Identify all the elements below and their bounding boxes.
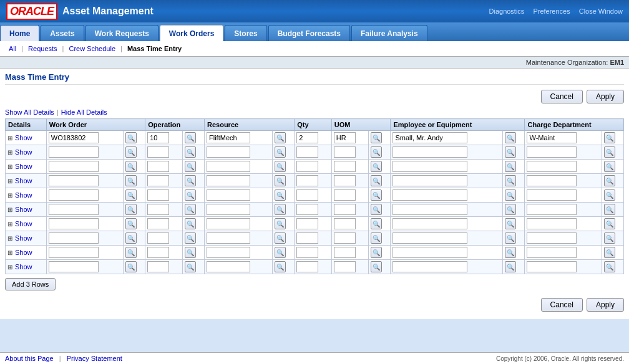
input-operation-0[interactable] <box>147 132 169 143</box>
diagnostics-link[interactable]: Diagnostics <box>489 7 525 15</box>
uom-search-button[interactable]: 🔍 <box>371 161 382 172</box>
res-search-button[interactable]: 🔍 <box>275 146 286 158</box>
input-operation-6[interactable] <box>147 218 169 229</box>
input-operation-5[interactable] <box>147 204 169 215</box>
show-details-link[interactable]: Show <box>15 134 32 141</box>
res-search-button[interactable]: 🔍 <box>275 218 286 229</box>
uom-search-button[interactable]: 🔍 <box>371 261 382 272</box>
uom-search-button[interactable]: 🔍 <box>371 146 382 158</box>
dept-search-button[interactable]: 🔍 <box>604 261 615 272</box>
input-resource-7[interactable] <box>207 232 250 244</box>
input-uom-4[interactable] <box>334 189 356 201</box>
input-resource-6[interactable] <box>207 218 250 229</box>
tab-work-orders[interactable]: Work Orders <box>160 25 223 41</box>
subtab-crew-schedule[interactable]: Crew Schedule <box>65 44 119 54</box>
res-search-button[interactable]: 🔍 <box>275 204 286 215</box>
op-search-button[interactable]: 🔍 <box>185 132 196 143</box>
dept-search-button[interactable]: 🔍 <box>604 146 615 158</box>
input-work-order-0[interactable] <box>49 132 99 143</box>
tab-failure-analysis[interactable]: Failure Analysis <box>351 25 427 41</box>
wo-search-button[interactable]: 🔍 <box>125 146 137 158</box>
input-qty-8[interactable] <box>296 247 318 258</box>
tab-budget-forecasts[interactable]: Budget Forecasts <box>268 25 350 41</box>
expand-icon[interactable]: ⊞ <box>7 221 12 228</box>
emp-search-button[interactable]: 🔍 <box>505 218 516 229</box>
res-search-button[interactable]: 🔍 <box>275 247 286 258</box>
input-resource-2[interactable] <box>207 161 250 172</box>
res-search-button[interactable]: 🔍 <box>275 261 286 272</box>
show-details-link[interactable]: Show <box>15 234 32 242</box>
uom-search-button[interactable]: 🔍 <box>371 132 382 143</box>
emp-search-button[interactable]: 🔍 <box>505 232 516 244</box>
show-details-link[interactable]: Show <box>15 220 32 228</box>
input-qty-0[interactable] <box>296 132 318 143</box>
input-operation-4[interactable] <box>147 189 169 201</box>
expand-icon[interactable]: ⊞ <box>7 206 12 213</box>
hide-all-details-link[interactable]: Hide All Details <box>61 108 107 116</box>
input-dept-1[interactable] <box>527 146 577 158</box>
input-dept-9[interactable] <box>527 261 577 272</box>
input-qty-5[interactable] <box>296 204 318 215</box>
input-uom-1[interactable] <box>334 146 356 158</box>
tab-stores[interactable]: Stores <box>225 25 266 41</box>
input-operation-7[interactable] <box>147 232 169 244</box>
input-operation-9[interactable] <box>147 261 169 272</box>
wo-search-button[interactable]: 🔍 <box>125 175 137 186</box>
input-employee-6[interactable] <box>393 218 467 229</box>
input-work-order-8[interactable] <box>49 247 99 258</box>
input-work-order-7[interactable] <box>49 232 99 244</box>
op-search-button[interactable]: 🔍 <box>185 175 196 186</box>
input-dept-8[interactable] <box>527 247 577 258</box>
apply-button-bottom[interactable]: Apply <box>587 298 624 312</box>
apply-button-top[interactable]: Apply <box>587 90 624 103</box>
input-dept-0[interactable] <box>527 132 577 143</box>
input-work-order-9[interactable] <box>49 261 99 272</box>
add-rows-button[interactable]: Add 3 Rows <box>5 278 56 290</box>
input-work-order-6[interactable] <box>49 218 99 229</box>
uom-search-button[interactable]: 🔍 <box>371 175 382 186</box>
res-search-button[interactable]: 🔍 <box>275 175 286 186</box>
input-dept-4[interactable] <box>527 189 577 201</box>
input-uom-9[interactable] <box>334 261 356 272</box>
expand-icon[interactable]: ⊞ <box>7 192 12 199</box>
input-work-order-1[interactable] <box>49 146 99 158</box>
show-details-link[interactable]: Show <box>15 148 32 156</box>
input-operation-1[interactable] <box>147 146 169 158</box>
input-qty-6[interactable] <box>296 218 318 229</box>
input-resource-0[interactable] <box>207 132 250 143</box>
show-details-link[interactable]: Show <box>15 249 32 256</box>
wo-search-button[interactable]: 🔍 <box>125 261 137 272</box>
dept-search-button[interactable]: 🔍 <box>604 218 615 229</box>
uom-search-button[interactable]: 🔍 <box>371 218 382 229</box>
tab-home[interactable]: Home <box>0 25 39 41</box>
cancel-button-top[interactable]: Cancel <box>541 90 583 103</box>
wo-search-button[interactable]: 🔍 <box>125 189 137 201</box>
input-operation-3[interactable] <box>147 175 169 186</box>
input-qty-1[interactable] <box>296 146 318 158</box>
input-resource-8[interactable] <box>207 247 250 258</box>
input-qty-3[interactable] <box>296 175 318 186</box>
input-operation-8[interactable] <box>147 247 169 258</box>
wo-search-button[interactable]: 🔍 <box>125 161 137 172</box>
expand-icon[interactable]: ⊞ <box>7 235 12 242</box>
emp-search-button[interactable]: 🔍 <box>505 146 516 158</box>
dept-search-button[interactable]: 🔍 <box>604 247 615 258</box>
privacy-statement-link[interactable]: Privacy Statement <box>67 355 122 362</box>
emp-search-button[interactable]: 🔍 <box>505 261 516 272</box>
expand-icon[interactable]: ⊞ <box>7 249 12 256</box>
op-search-button[interactable]: 🔍 <box>185 261 196 272</box>
input-work-order-5[interactable] <box>49 204 99 215</box>
input-operation-2[interactable] <box>147 161 169 172</box>
res-search-button[interactable]: 🔍 <box>275 232 286 244</box>
close-window-link[interactable]: Close Window <box>579 7 623 15</box>
emp-search-button[interactable]: 🔍 <box>505 132 516 143</box>
expand-icon[interactable]: ⊞ <box>7 149 12 156</box>
subtab-all[interactable]: All <box>5 44 20 54</box>
expand-icon[interactable]: ⊞ <box>7 163 12 170</box>
wo-search-button[interactable]: 🔍 <box>125 247 137 258</box>
res-search-button[interactable]: 🔍 <box>275 161 286 172</box>
input-uom-7[interactable] <box>334 232 356 244</box>
preferences-link[interactable]: Preferences <box>533 7 570 15</box>
emp-search-button[interactable]: 🔍 <box>505 175 516 186</box>
input-employee-4[interactable] <box>393 189 467 201</box>
